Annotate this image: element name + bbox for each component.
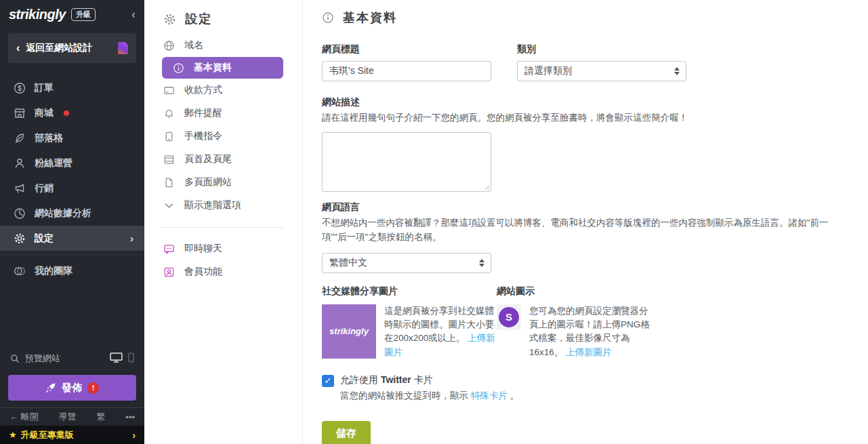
share-image-favicon-row: 社交媒體分享圖片 strikingly 這是網頁被分享到社交媒體時顯示的圖標。圖… [322,285,841,359]
twitter-cards-setting: ✓ 允許使用 Twitter 卡片 當您的網站被推文提到時，顯示 特殊卡片 。 [322,374,841,402]
sidebar-item-label: 我的團隊 [35,265,73,277]
chat-bubble-icon [163,243,175,255]
sidebar-item-marketing[interactable]: 行銷 [0,176,144,201]
category-field: 類別 請選擇類別 [517,43,686,81]
settings-item-basic-info[interactable]: 基本資料 [162,57,283,79]
mobile-preview-icon[interactable] [128,352,134,365]
desc-pre: 當您的網站被推文提到時，顯示 [340,390,471,401]
strikingly-logo: strikingly [9,7,66,22]
settings-item-mobile-actions[interactable]: 手機指令 [144,125,302,148]
settings-item-label: 郵件提醒 [184,107,222,119]
favicon-thumbnail: S [497,304,521,330]
save-button[interactable]: 儲存 [322,421,371,444]
sidebar-item-audience[interactable]: 粉絲運營 [0,150,144,176]
special-card-link[interactable]: 特殊卡片 [471,390,508,401]
search-icon[interactable] [10,354,20,363]
megaphone-icon [14,182,26,195]
settings-item-label: 域名 [184,39,203,52]
site-thumbnail-icon [118,42,128,54]
label-bold: Twitter [381,374,411,385]
store-notification-dot [64,110,69,116]
category-select[interactable]: 請選擇類別 [517,61,686,81]
member-badge-icon [163,266,175,278]
sidebar-footer: ← 離開 導覽 繁 ••• [0,407,144,426]
settings-panel-title: 設定 [144,11,302,34]
sidebar-item-label: 訂單 [35,82,54,94]
sidebar-item-settings[interactable]: 設定 › [0,226,144,251]
analytics-icon [14,207,26,220]
gear-icon [163,13,176,26]
language-select[interactable]: 繁體中文 [322,253,491,273]
category-selected-value: 請選擇類別 [524,65,572,77]
settings-show-advanced-toggle[interactable]: 顯示進階選項 [144,194,302,217]
person-icon [14,157,26,169]
sidebar-item-analytics[interactable]: 網站數據分析 [0,201,144,226]
desktop-preview-icon[interactable] [110,352,123,365]
chevron-down-icon [163,200,175,211]
sidebar-nav: $ 訂單 商城 部落格 粉絲運營 行銷 網站數據分析 [0,75,144,283]
settings-item-header-footer[interactable]: 頁首及頁尾 [144,148,302,171]
settings-item-label: 顯示進階選項 [184,199,241,211]
settings-item-membership[interactable]: 會員功能 [144,260,302,283]
chevron-right-icon: › [130,233,133,244]
site-title-input[interactable] [322,61,491,81]
leave-arrow-icon: ← [9,411,18,422]
description-textarea[interactable] [323,133,491,191]
social-share-image-section: 社交媒體分享圖片 strikingly 這是網頁被分享到社交媒體時顯示的圖標。圖… [322,285,497,359]
mobile-icon [163,131,175,142]
settings-title: 設定 [185,11,212,27]
twitter-cards-checkbox[interactable]: ✓ [322,375,334,387]
description-hint: 請在這裡用幾句句子介紹一下您的網頁。您的網頁被分享至臉書時，將會顯示這些簡介喔！ [322,111,841,125]
settings-item-live-chat[interactable]: 即時聊天 [144,237,302,260]
settings-item-payment[interactable]: 收款方式 [144,79,302,102]
language-section: 網頁語言 不想網站内一些内容被翻譯？那麼這項設置可以將博客、電商和社交内容等版塊… [322,201,841,273]
sidebar-item-store[interactable]: 商城 [0,100,144,125]
back-arrow-icon: ‹ [16,42,20,54]
settings-item-label: 收款方式 [184,84,222,96]
label-pre: 允許使用 [340,374,381,385]
thumbnail-text: strikingly [329,326,369,336]
globe-icon [163,40,175,52]
favicon-card: S 您可為您的網頁設定瀏覽器分頁上的圖示喔！請上傳PNG格式檔案，最佳影像尺寸為… [497,304,655,359]
guide-button[interactable]: 導覽 [59,411,77,423]
settings-nav-panel: 設定 域名 基本資料 收款方式 郵件提醒 手機指令 頁首及頁尾 多頁面網站 [144,0,303,444]
strikingly-settings-page: strikingly 升級 ‹ ‹ 返回至網站設計 $ 訂單 商城 部落格 [0,0,868,444]
upgrade-bar-label: 升級至專業版 [21,429,129,441]
upgrade-to-pro-bar[interactable]: ★ 升級至專業版 › [0,426,144,444]
favicon-letter: S [499,307,519,327]
sidebar-item-orders[interactable]: $ 訂單 [0,75,144,100]
upload-favicon-link[interactable]: 上傳新圖片 [566,347,612,357]
social-share-image-card: strikingly 這是網頁被分享到社交媒體時顯示的圖標。圖片大小要在200x… [322,304,497,359]
back-to-editor-button[interactable]: ‹ 返回至網站設計 [8,33,136,63]
settings-item-label: 多頁面網站 [184,176,232,188]
settings-item-domain[interactable]: 域名 [144,34,302,57]
label-post: 卡片 [411,374,433,385]
sidebar-item-blog[interactable]: 部落格 [0,125,144,150]
gear-icon [14,233,26,245]
check-icon: ✓ [325,376,332,386]
more-menu-icon[interactable]: ••• [125,412,135,422]
collapse-sidebar-icon[interactable]: ‹ [131,8,136,20]
settings-item-label: 手機指令 [184,130,222,142]
leave-label: 離開 [21,411,39,422]
publish-button[interactable]: 發佈 ! [8,375,136,401]
upgrade-badge[interactable]: 升級 [71,8,96,21]
sidebar-item-my-team[interactable]: 我的團隊 [0,258,144,283]
settings-item-email-alerts[interactable]: 郵件提醒 [144,102,302,125]
sidebar-team-section: 我的團隊 [0,254,144,283]
info-circle-icon [322,12,334,24]
rocket-icon [45,382,56,393]
language-toggle[interactable]: 繁 [96,411,105,423]
language-label: 網頁語言 [322,201,841,214]
leave-button[interactable]: ← 離開 [9,411,39,423]
title-category-row: 網頁標題 類別 請選擇類別 [322,43,841,81]
category-label: 類別 [517,43,686,56]
divider [162,227,283,228]
settings-item-multi-page[interactable]: 多頁面網站 [144,171,302,194]
publish-alert-badge: ! [87,382,99,394]
twitter-cards-desc: 當您的網站被推文提到時，顯示 特殊卡片 。 [340,390,519,402]
preview-site-label[interactable]: 預覽網站 [25,352,60,365]
credit-card-icon [163,85,175,96]
basic-info-panel: 基本資料 網頁標題 類別 請選擇類別 網站描述 請在這裡用幾句句子介紹一下您的網… [303,0,868,444]
sidebar-item-label: 粉絲運營 [35,157,73,169]
